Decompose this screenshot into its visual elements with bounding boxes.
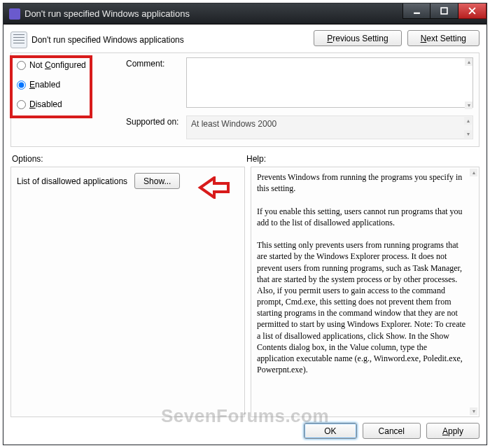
- minimize-button[interactable]: [402, 4, 430, 19]
- section-labels: Options: Help:: [10, 154, 479, 164]
- disallowed-list-label: List of disallowed applications: [17, 176, 127, 186]
- header-left: Don't run specified Windows applications: [10, 29, 184, 48]
- help-label: Help:: [246, 154, 478, 164]
- close-button[interactable]: [458, 4, 486, 19]
- header-row: Don't run specified Windows applications…: [10, 29, 479, 48]
- maximize-icon: [440, 7, 448, 15]
- cancel-button[interactable]: Cancel: [363, 423, 421, 439]
- ok-button[interactable]: OK: [304, 423, 356, 439]
- state-radios: Not Configured Enabled Disabled: [17, 57, 122, 139]
- maximize-button[interactable]: [430, 4, 458, 19]
- supported-box: At least Windows 2000 ▴▾: [186, 115, 473, 139]
- policy-name: Don't run specified Windows applications: [31, 35, 184, 45]
- titlebar[interactable]: Don't run specified Windows applications: [4, 4, 486, 24]
- close-icon: [468, 7, 476, 15]
- policy-dialog: Don't run specified Windows applications…: [3, 3, 487, 445]
- policy-icon: [10, 31, 27, 48]
- nav-buttons: Previous Setting Next Setting: [314, 29, 479, 46]
- prev-label: revious Setting: [332, 34, 388, 43]
- upper-panel: Not Configured Enabled Disabled Comment:…: [10, 52, 479, 147]
- radio-disabled-input[interactable]: [17, 100, 26, 109]
- app-icon: [9, 8, 20, 20]
- apply-button[interactable]: Apply: [426, 423, 479, 439]
- radio-not-configured[interactable]: Not Configured: [17, 60, 122, 70]
- next-setting-button[interactable]: Next Setting: [407, 30, 479, 46]
- supported-value: At least Windows 2000: [191, 119, 276, 129]
- supported-label: Supported on:: [126, 115, 182, 139]
- next-label: ext Setting: [426, 34, 466, 43]
- minimize-icon: [413, 7, 421, 15]
- dialog-body: Don't run specified Windows applications…: [4, 24, 486, 444]
- show-button[interactable]: Show...: [134, 173, 180, 189]
- comment-scroll[interactable]: ▴▾: [465, 58, 472, 109]
- comment-label: Comment:: [126, 57, 182, 110]
- comment-textarea[interactable]: [186, 57, 473, 108]
- dialog-buttons: OK Cancel Apply: [10, 417, 479, 439]
- help-text: Prevents Windows from running the progra…: [257, 172, 476, 412]
- supported-scroll[interactable]: ▴▾: [464, 117, 472, 138]
- help-scroll[interactable]: ▴▾: [470, 169, 477, 415]
- window-controls: [402, 4, 486, 24]
- radio-enabled[interactable]: Enabled: [17, 80, 122, 90]
- previous-setting-button[interactable]: Previous Setting: [314, 30, 401, 46]
- radio-enabled-input[interactable]: [17, 80, 26, 90]
- svg-rect-1: [441, 8, 447, 14]
- radio-disabled[interactable]: Disabled: [17, 99, 122, 109]
- help-panel: Prevents Windows from running the progra…: [251, 167, 479, 417]
- options-label: Options:: [12, 154, 246, 164]
- radio-not-configured-input[interactable]: [17, 61, 26, 70]
- options-panel: List of disallowed applications Show...: [10, 167, 245, 417]
- title-text: Don't run specified Windows applications: [24, 8, 402, 19]
- lower-panels: List of disallowed applications Show... …: [10, 167, 479, 417]
- svg-rect-0: [414, 13, 420, 14]
